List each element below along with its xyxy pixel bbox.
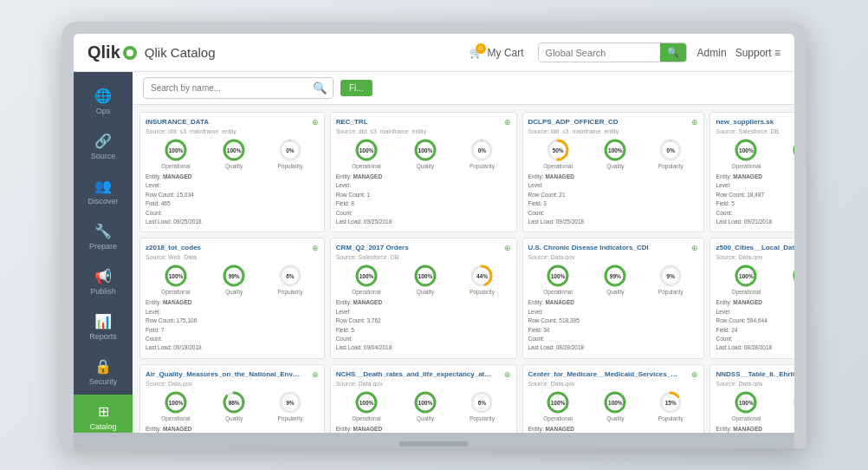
gauge-label: Operational	[732, 415, 761, 421]
cart-label: My Cart	[488, 47, 524, 59]
gauge-circle: 100%	[734, 264, 758, 288]
gauge-circle: 100%	[413, 390, 437, 415]
catalog-grid: INSURANCE_DATA ⊕ Source: dbt_s3_mainfram…	[133, 105, 794, 433]
card-source: Source: Data.gov	[146, 381, 319, 387]
source-icon: 🔗	[94, 133, 112, 149]
bookmark-icon[interactable]: ⊕	[691, 244, 698, 252]
card-meta: Entity: MANAGED Level: Row Count: 21 Fie…	[528, 173, 699, 226]
card-meta: Entity: MANAGED Level: Row Count: 175,10…	[146, 298, 319, 352]
last-load-row: Last Load: 09/19/2018	[146, 343, 319, 352]
gauge-pct: 9%	[667, 273, 675, 279]
last-load-row: Last Load: 09/21/2018	[716, 218, 794, 226]
sidebar-item-prepare[interactable]: 🔧 Prepare	[74, 214, 133, 259]
gauge-svg	[792, 264, 794, 288]
search-by-name-button[interactable]: 🔍	[308, 78, 333, 98]
gauge-label: Quality	[417, 289, 434, 295]
sidebar-item-ops[interactable]: 🌐 Ops	[74, 79, 133, 124]
catalog-card[interactable]: new_suppliers.sk ⊕ Source: Salesforce_DB…	[709, 112, 794, 232]
gauge-pct: 50%	[553, 147, 564, 153]
gauge-circle: 100%	[734, 390, 758, 415]
card-gauges: 100% Operational 90% Quality	[716, 264, 794, 295]
search-by-name-input[interactable]	[144, 80, 308, 96]
bookmark-icon[interactable]: ⊕	[691, 118, 698, 127]
card-source: Source: Data.gov	[716, 381, 794, 387]
catalog-card[interactable]: Center_for_Medicare__Medicaid_Services_C…	[522, 364, 705, 433]
card-title: Air_Quality_Measures_on_the_National_Env…	[146, 370, 301, 379]
level-row: Level:	[716, 308, 794, 317]
catalog-card[interactable]: z2018_tot_codes ⊕ Source: Web_Data 100% …	[139, 238, 325, 358]
sidebar-item-publish[interactable]: 📢 Publish	[74, 259, 133, 304]
catalog-card[interactable]: REC_TRL ⊕ Source: dbt_s3_mainframe_entit…	[330, 112, 517, 232]
field-row: Field: 3	[528, 199, 699, 208]
card-title: INSURANCE_DATA	[146, 118, 209, 127]
gauge-label: Quality	[606, 289, 624, 295]
sidebar-security-label: Security	[89, 377, 118, 386]
gauge-circle: 100%	[413, 264, 437, 288]
gauge-wrap: 15% Popularity	[658, 390, 683, 421]
catalog-card[interactable]: NNDSS__Table_II._Ehrlichiosis_Anaplasmos…	[709, 364, 794, 433]
gauge-wrap: 100% Operational	[543, 390, 573, 421]
gauge-circle: 100%	[354, 138, 379, 162]
bookmark-icon[interactable]: ⊕	[691, 370, 698, 379]
sidebar-source-label: Source	[91, 152, 116, 160]
catalog-card[interactable]: Air_Quality_Measures_on_the_National_Env…	[139, 364, 325, 433]
gauge-label: Operational	[352, 163, 381, 169]
gauge-label: Quality	[417, 415, 434, 421]
catalog-card[interactable]: U.S. Chronic Disease Indicators_CDI ⊕ So…	[522, 238, 705, 358]
gauge-pct: 44%	[476, 273, 488, 279]
catalog-card[interactable]: DCLPS_ADP_OFFICER_CD ⊕ Source: dbt_s3_ma…	[522, 112, 705, 232]
catalog-card[interactable]: CRM_Q2_2017 Orders ⊕ Source: Salesforce_…	[330, 238, 517, 358]
gauge-wrap: 100% Operational	[161, 138, 191, 169]
gauge-label: Operational	[732, 289, 761, 295]
gauge-wrap: 50% Operational	[543, 138, 573, 169]
bookmark-icon[interactable]: ⊕	[312, 118, 319, 127]
gauge-svg	[792, 390, 794, 415]
cart-badge: 0	[476, 43, 486, 54]
entity-row: Entity: MANAGED	[336, 425, 511, 433]
card-source: Source: Salesforce_DB	[336, 254, 511, 260]
field-row: Field: 7	[146, 326, 319, 335]
global-search-bar[interactable]: 🔍	[538, 42, 687, 62]
gauge-wrap: 9% Popularity	[278, 390, 303, 421]
gauge-pct: 100%	[418, 273, 433, 279]
card-meta: Entity: MANAGED Level: Row Count: 157,57…	[146, 425, 319, 433]
field-row: Field: 8	[336, 199, 511, 208]
bookmark-icon[interactable]: ⊕	[312, 244, 319, 252]
global-search-input[interactable]	[539, 44, 660, 62]
global-search-button[interactable]: 🔍	[660, 43, 686, 62]
discover-icon: 👥	[94, 178, 112, 194]
sidebar-item-security[interactable]: 🔒 Security	[74, 349, 133, 395]
card-header: U.S. Chronic Disease Indicators_CDI ⊕	[528, 244, 699, 252]
search-by-name-bar[interactable]: 🔍	[143, 77, 334, 99]
sidebar-item-source[interactable]: 🔗 Source	[74, 124, 133, 169]
sidebar-publish-label: Publish	[90, 287, 116, 296]
gauge-pct: 6%	[478, 399, 486, 405]
gauge-pct: 100%	[169, 147, 184, 153]
card-meta: Entity: MANAGED Level: Row Count: 1 Fiel…	[336, 173, 511, 226]
field-row: Field: 5	[336, 326, 511, 335]
entity-row: Entity: MANAGED	[146, 425, 319, 433]
card-header: NCHS__Death_rates_and_life_expectancy_at…	[336, 370, 511, 379]
catalog-card[interactable]: NCHS__Death_rates_and_life_expectancy_at…	[330, 364, 517, 433]
row-count-row: Row Count: 15,034	[146, 191, 319, 199]
gauge-svg	[792, 138, 794, 162]
support-label[interactable]: Support ≡	[735, 47, 781, 59]
count-row: Count:	[528, 209, 699, 218]
gauge-label: Popularity	[658, 163, 683, 169]
bookmark-icon[interactable]: ⊕	[504, 118, 511, 127]
gauge-circle: 90%	[792, 264, 794, 288]
cart-area[interactable]: 🛒 0 My Cart	[470, 47, 524, 59]
bookmark-icon[interactable]: ⊕	[504, 244, 511, 252]
sidebar-item-reports[interactable]: 📊 Reports	[74, 304, 133, 349]
entity-row: Entity: MANAGED	[528, 425, 699, 433]
bookmark-icon[interactable]: ⊕	[312, 370, 319, 379]
gauge-pct: 100%	[360, 147, 374, 153]
card-title: REC_TRL	[336, 118, 368, 127]
filter-button[interactable]: Fi...	[340, 80, 372, 96]
catalog-card[interactable]: z500_Cities__Local_Data_for_Better_Healt…	[709, 238, 794, 358]
sidebar-item-discover[interactable]: 👥 Discover	[74, 169, 133, 214]
catalog-card[interactable]: INSURANCE_DATA ⊕ Source: dbt_s3_mainfram…	[139, 112, 325, 232]
gauge-pct: 100%	[418, 147, 433, 153]
sidebar-item-catalog[interactable]: ⊞ Catalog	[74, 395, 133, 433]
bookmark-icon[interactable]: ⊕	[504, 370, 511, 379]
